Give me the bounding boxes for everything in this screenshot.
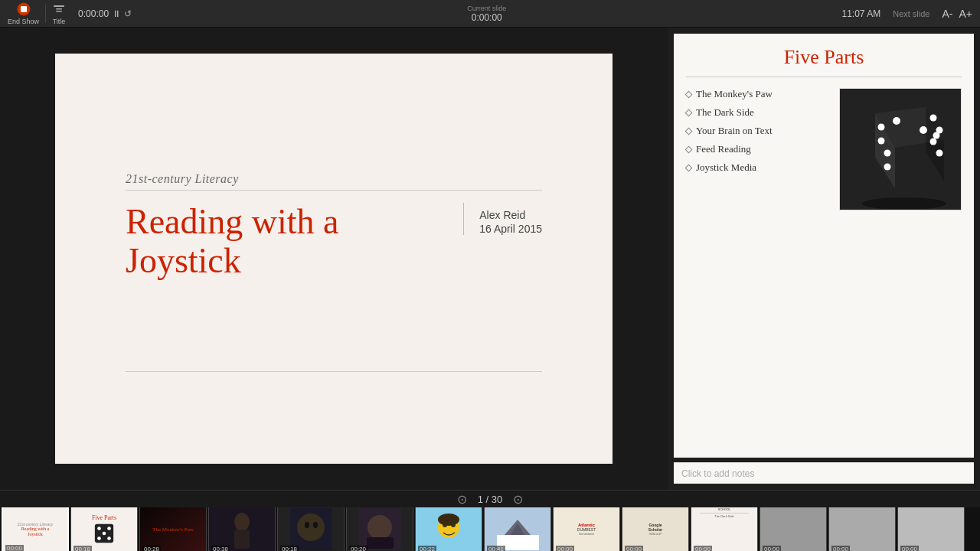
slide-subtitle: 21st-century Literacy — [126, 172, 239, 186]
pause-button[interactable]: ⏸ — [112, 8, 121, 19]
title-label: Title — [53, 18, 66, 25]
svg-point-11 — [920, 126, 927, 134]
svg-rect-3 — [56, 8, 62, 10]
slide-divider-top — [126, 190, 542, 191]
slide-divider-bottom — [126, 371, 542, 372]
next-slide-dice-image — [839, 88, 962, 210]
thumb-12-time: 00:00 — [763, 546, 781, 551]
bullet-5-text: Joystick Media — [696, 161, 756, 174]
next-slide-divider — [686, 77, 962, 77]
svg-rect-36 — [367, 537, 394, 549]
thumb-1-time: 00:00 — [5, 545, 24, 551]
system-time: 11:07 AM — [841, 8, 880, 19]
end-show-button[interactable]: End Show — [8, 2, 39, 25]
toolbar-center: Current slide 0:00:00 — [144, 5, 829, 23]
thumbnail-7[interactable]: 00:22 — [415, 507, 482, 551]
thumb-7-time: 00:22 — [418, 546, 436, 551]
thumb-5-time: 00:18 — [280, 546, 299, 551]
next-slide-title: Five Parts — [686, 46, 962, 69]
thumbnail-14[interactable]: 00:00 — [897, 507, 965, 551]
svg-rect-1 — [21, 6, 27, 12]
title-button[interactable]: Title — [52, 2, 66, 25]
font-decrease-button[interactable]: A- — [942, 8, 952, 20]
next-slide-header-label: Next slide — [893, 9, 929, 18]
bullet-diamond-4 — [685, 145, 693, 153]
next-slide-button[interactable]: ⊙ — [513, 492, 523, 507]
slide-author-name: Alex Reid — [479, 209, 542, 221]
thumbnail-10[interactable]: GoogleScholar Side-ed? 00:00 — [622, 507, 689, 551]
thumbnail-13[interactable]: 00:00 — [828, 507, 896, 551]
thumbnail-9[interactable]: Atlantic DUMBEST Generation 00:00 — [553, 507, 620, 551]
slide-author-block: Alex Reid 16 April 2015 — [463, 203, 542, 235]
bullet-5: Joystick Media — [686, 161, 831, 174]
svg-point-22 — [97, 527, 101, 530]
font-increase-button[interactable]: A+ — [959, 8, 972, 20]
slide-counter: ⊙ 1 / 30 ⊙ — [0, 490, 980, 507]
divider1 — [45, 5, 46, 23]
current-slide-time: 0:00:00 — [472, 12, 502, 23]
thumbnail-5[interactable]: 00:18 — [277, 507, 345, 551]
thumbnail-8[interactable]: 00:41 — [484, 507, 551, 551]
svg-point-19 — [936, 149, 943, 156]
bullet-diamond-2 — [685, 109, 693, 116]
thumbnail-4[interactable]: 00:38 — [208, 507, 276, 551]
dice-svg — [843, 90, 958, 209]
svg-point-14 — [878, 137, 885, 144]
font-controls: A- A+ — [942, 8, 972, 20]
thumbnail-12[interactable]: 00:00 — [760, 507, 827, 551]
toolbar-left: End Show Title — [8, 2, 66, 25]
svg-rect-4 — [56, 11, 62, 12]
svg-point-13 — [884, 149, 891, 156]
bullet-2: The Dark Side — [686, 106, 831, 119]
svg-point-28 — [234, 513, 250, 531]
bullet-3: Your Brain on Text — [686, 125, 831, 137]
timer-controls: ⏸ ↺ — [112, 8, 132, 19]
end-show-label: End Show — [8, 18, 39, 25]
counter-separator: / — [486, 494, 492, 505]
svg-point-41 — [438, 514, 459, 526]
elapsed-timer: 0:00:00 — [78, 8, 109, 19]
thumbnail-6[interactable]: 00:20 — [346, 507, 413, 551]
bullet-diamond-3 — [685, 127, 693, 135]
thumbnail-11[interactable]: SCHOOL The Dark Side 00:00 — [691, 507, 758, 551]
next-slide-bullets: The Monkey's Paw The Dark Side Your Brai… — [686, 88, 831, 210]
svg-rect-2 — [54, 5, 64, 7]
thumb-2-time: 00:18 — [74, 546, 92, 551]
svg-point-16 — [930, 114, 937, 121]
thumb-14-time: 00:00 — [900, 546, 919, 551]
reset-button[interactable]: ↺ — [124, 8, 132, 19]
timer-section: 0:00:00 ⏸ ↺ — [78, 8, 132, 19]
toolbar: End Show Title 0:00:00 ⏸ ↺ Current slide… — [0, 0, 980, 28]
thumb-3-time: 00:28 — [142, 546, 161, 551]
thumbnail-3[interactable]: The Monkey's Paw 00:28 — [139, 507, 207, 551]
bullet-4-text: Feed Reading — [696, 143, 751, 155]
bullet-1: The Monkey's Paw — [686, 88, 831, 100]
prev-slide-button[interactable]: ⊙ — [457, 492, 467, 507]
svg-point-18 — [930, 138, 937, 145]
thumbnail-2[interactable]: Five Parts 00:18 — [70, 507, 138, 551]
svg-point-31 — [297, 514, 325, 541]
svg-point-25 — [97, 536, 101, 540]
bullet-1-text: The Monkey's Paw — [696, 88, 773, 100]
svg-point-33 — [313, 522, 318, 528]
main-content: 21st-century Literacy Reading with a Joy… — [0, 28, 980, 490]
slide-main-content: Reading with a Joystick Alex Reid 16 Apr… — [126, 203, 542, 280]
next-slide-body: The Monkey's Paw The Dark Side Your Brai… — [686, 88, 962, 210]
svg-point-24 — [103, 532, 106, 536]
notes-area[interactable]: Click to add notes — [674, 462, 974, 484]
svg-point-23 — [107, 527, 111, 530]
bullet-3-text: Your Brain on Text — [696, 125, 773, 137]
bullet-diamond-5 — [685, 164, 693, 171]
current-slide: 21st-century Literacy Reading with a Joy… — [55, 54, 612, 464]
thumbnail-1[interactable]: 21st-century Literacy Reading with aJoys… — [2, 507, 69, 551]
slide-counter-text: 1 / 30 — [478, 494, 503, 505]
next-slide-panel: Five Parts The Monkey's Paw The Dark Sid… — [668, 28, 980, 490]
slide-date: 16 April 2015 — [479, 223, 542, 235]
svg-point-15 — [884, 163, 891, 170]
bottom-bar: ⊙ 1 / 30 ⊙ 21st-century Literacy Reading… — [0, 490, 980, 551]
thumb-11-time: 00:00 — [694, 546, 712, 551]
bullet-4: Feed Reading — [686, 143, 831, 155]
svg-point-5 — [862, 197, 946, 209]
current-slide-area: 21st-century Literacy Reading with a Joy… — [0, 28, 668, 490]
thumb-9-time: 00:00 — [556, 546, 574, 551]
